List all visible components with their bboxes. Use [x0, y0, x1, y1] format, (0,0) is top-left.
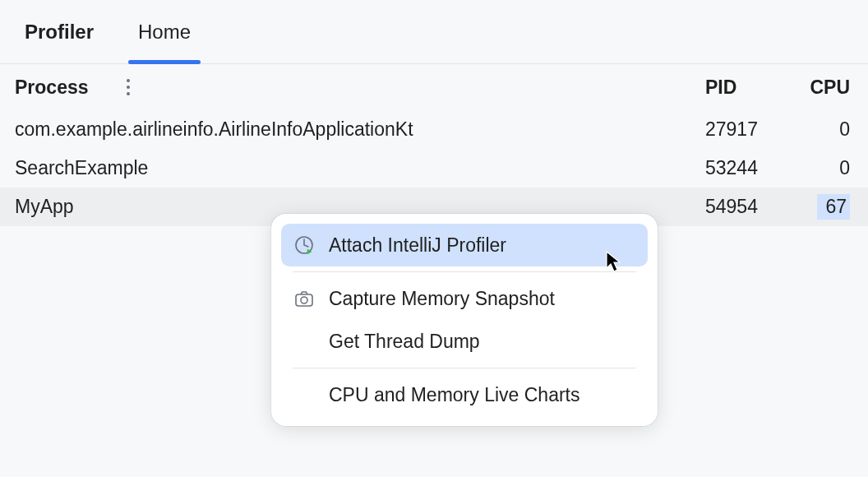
- process-name: SearchExample: [15, 157, 705, 179]
- svg-rect-1: [296, 294, 312, 306]
- menu-item-label: Capture Memory Snapshot: [329, 288, 555, 310]
- camera-icon: [293, 287, 316, 310]
- column-header-pid[interactable]: PID: [705, 76, 787, 99]
- menu-separator: [293, 271, 636, 272]
- tab-profiler[interactable]: Profiler: [15, 0, 104, 63]
- process-name: com.example.airlineinfo.AirlineInfoAppli…: [15, 118, 705, 141]
- context-menu: Attach IntelliJ Profiler Capture Memory …: [271, 214, 658, 426]
- menu-separator: [293, 368, 636, 368]
- menu-item-label: CPU and Memory Live Charts: [329, 384, 580, 406]
- process-pid: 53244: [705, 157, 787, 179]
- column-header-process-label: Process: [15, 76, 89, 99]
- tab-bar: Profiler Home: [0, 0, 868, 64]
- menu-item-attach-profiler[interactable]: Attach IntelliJ Profiler: [281, 224, 648, 266]
- menu-item-thread-dump[interactable]: Get Thread Dump: [281, 320, 648, 363]
- process-cpu: 0: [787, 157, 853, 179]
- table-header-row: Process PID CPU: [0, 64, 868, 110]
- menu-item-capture-snapshot[interactable]: Capture Memory Snapshot: [281, 277, 648, 320]
- menu-item-live-charts[interactable]: CPU and Memory Live Charts: [281, 373, 648, 416]
- process-cpu: 67: [787, 194, 853, 220]
- menu-item-label: Get Thread Dump: [329, 331, 480, 353]
- menu-item-label: Attach IntelliJ Profiler: [329, 234, 506, 257]
- tab-home[interactable]: Home: [128, 0, 201, 63]
- table-row[interactable]: com.example.airlineinfo.AirlineInfoAppli…: [0, 110, 868, 149]
- process-cpu: 0: [787, 118, 853, 141]
- more-options-icon[interactable]: [122, 74, 135, 100]
- column-header-process[interactable]: Process: [15, 74, 705, 100]
- process-pid: 27917: [705, 118, 787, 141]
- svg-point-2: [301, 297, 307, 303]
- process-pid: 54954: [705, 196, 787, 218]
- table-row[interactable]: SearchExample 53244 0: [0, 149, 868, 188]
- column-header-cpu[interactable]: CPU: [787, 76, 853, 99]
- profiler-icon: [293, 234, 316, 257]
